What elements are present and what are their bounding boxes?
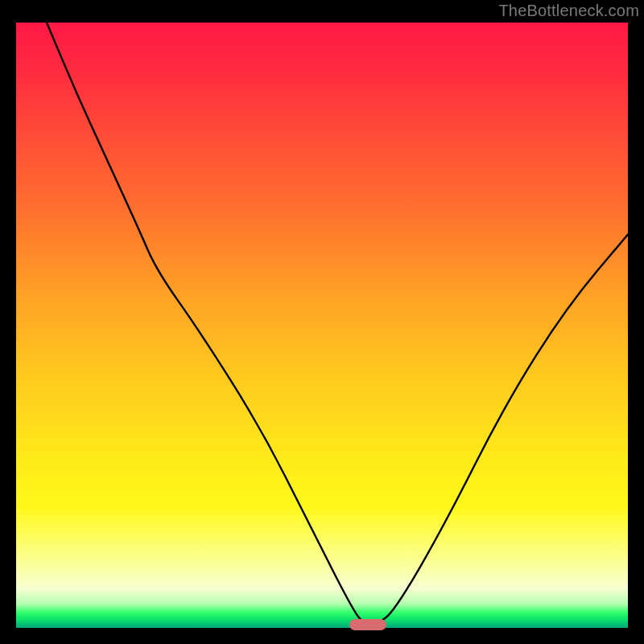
optimal-marker xyxy=(349,619,386,630)
attribution-text: TheBottleneck.com xyxy=(498,2,639,20)
chart-frame: TheBottleneck.com xyxy=(0,0,644,644)
curve-path xyxy=(47,23,628,625)
bottleneck-curve xyxy=(16,23,628,628)
plot-area xyxy=(16,23,628,628)
